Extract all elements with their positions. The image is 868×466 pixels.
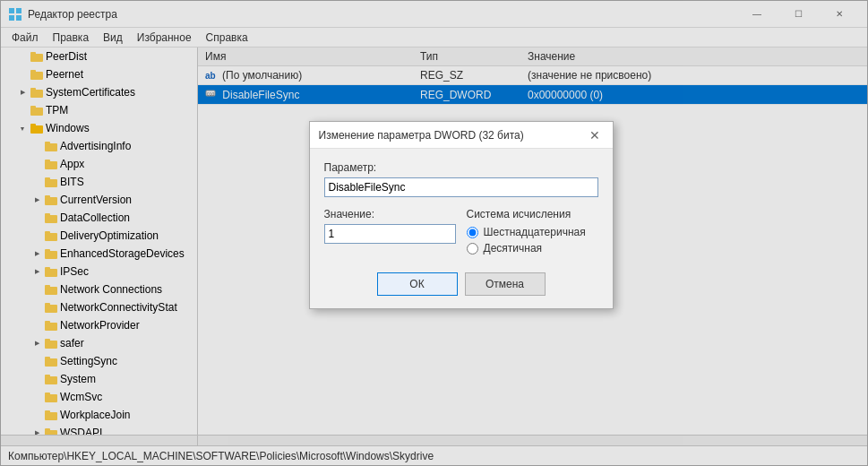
dialog-buttons: ОК Отмена [324, 272, 598, 296]
value-input[interactable] [324, 224, 456, 244]
radio-hex-label[interactable]: Шестнадцатеричная [467, 226, 598, 238]
param-label: Параметр: [324, 161, 598, 174]
dialog-close-button[interactable]: ✕ [586, 126, 604, 144]
param-input[interactable] [324, 177, 598, 197]
radio-hex[interactable] [467, 227, 478, 238]
radio-hex-text: Шестнадцатеричная [484, 226, 586, 238]
dialog-title-bar: Изменение параметра DWORD (32 бита) ✕ [310, 122, 613, 149]
radio-section: Система исчисления Шестнадцатеричная Дес… [467, 208, 598, 258]
dword-dialog: Изменение параметра DWORD (32 бита) ✕ Па… [309, 121, 614, 309]
modal-overlay: Изменение параметра DWORD (32 бита) ✕ Па… [0, 0, 868, 466]
cancel-button[interactable]: Отмена [465, 272, 546, 296]
ok-button[interactable]: ОК [377, 272, 458, 296]
value-section: Значение: [324, 208, 456, 258]
radio-dec-text: Десятичная [484, 242, 543, 255]
radio-dec[interactable] [467, 243, 478, 255]
dialog-row: Значение: Система исчисления Шестнадцате… [324, 208, 598, 258]
radio-group-label: Система исчисления [467, 208, 598, 220]
dialog-title: Изменение параметра DWORD (32 бита) [319, 129, 524, 142]
dialog-body: Параметр: Значение: Система исчисления Ш… [310, 149, 613, 308]
radio-dec-label[interactable]: Десятичная [467, 242, 598, 255]
value-label: Значение: [324, 208, 456, 220]
